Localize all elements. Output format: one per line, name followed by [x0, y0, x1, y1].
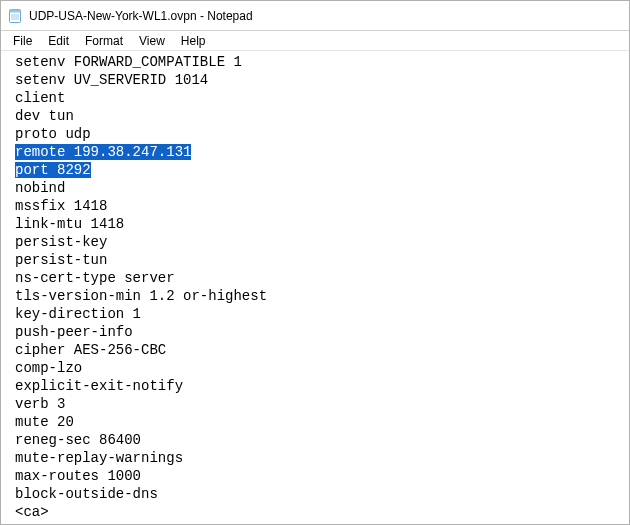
editor-line[interactable]: <ca> [15, 503, 625, 521]
editor-line[interactable]: setenv FORWARD_COMPATIBLE 1 [15, 53, 625, 71]
editor-line[interactable]: explicit-exit-notify [15, 377, 625, 395]
editor-line[interactable]: nobind [15, 179, 625, 197]
menu-help[interactable]: Help [173, 33, 214, 49]
editor-line[interactable]: setenv UV_SERVERID 1014 [15, 71, 625, 89]
editor-line[interactable]: max-routes 1000 [15, 467, 625, 485]
menu-format[interactable]: Format [77, 33, 131, 49]
window-title: UDP-USA-New-York-WL1.ovpn - Notepad [29, 9, 253, 23]
menu-view[interactable]: View [131, 33, 173, 49]
editor-line[interactable]: ns-cert-type server [15, 269, 625, 287]
menu-edit[interactable]: Edit [40, 33, 77, 49]
menubar: File Edit Format View Help [1, 31, 629, 51]
editor-line[interactable]: link-mtu 1418 [15, 215, 625, 233]
menu-file[interactable]: File [5, 33, 40, 49]
editor-line[interactable]: client [15, 89, 625, 107]
notepad-icon [7, 8, 23, 24]
editor-line[interactable]: reneg-sec 86400 [15, 431, 625, 449]
editor-line[interactable]: mute-replay-warnings [15, 449, 625, 467]
editor-line[interactable]: remote 199.38.247.131 [15, 143, 625, 161]
notepad-window: UDP-USA-New-York-WL1.ovpn - Notepad File… [0, 0, 630, 525]
editor-line[interactable]: key-direction 1 [15, 305, 625, 323]
editor-line[interactable]: comp-lzo [15, 359, 625, 377]
editor-line[interactable]: proto udp [15, 125, 625, 143]
editor-line[interactable]: tls-version-min 1.2 or-highest [15, 287, 625, 305]
titlebar[interactable]: UDP-USA-New-York-WL1.ovpn - Notepad [1, 1, 629, 31]
editor-line[interactable]: block-outside-dns [15, 485, 625, 503]
editor-line[interactable]: verb 3 [15, 395, 625, 413]
editor-line[interactable]: port 8292 [15, 161, 625, 179]
svg-rect-1 [10, 9, 21, 12]
editor-line[interactable]: cipher AES-256-CBC [15, 341, 625, 359]
editor-line[interactable]: mute 20 [15, 413, 625, 431]
editor-line[interactable]: push-peer-info [15, 323, 625, 341]
editor-line[interactable]: mssfix 1418 [15, 197, 625, 215]
editor-line[interactable]: persist-key [15, 233, 625, 251]
text-editor-area[interactable]: setenv FORWARD_COMPATIBLE 1setenv UV_SER… [1, 51, 629, 524]
editor-line[interactable]: persist-tun [15, 251, 625, 269]
editor-line[interactable]: dev tun [15, 107, 625, 125]
